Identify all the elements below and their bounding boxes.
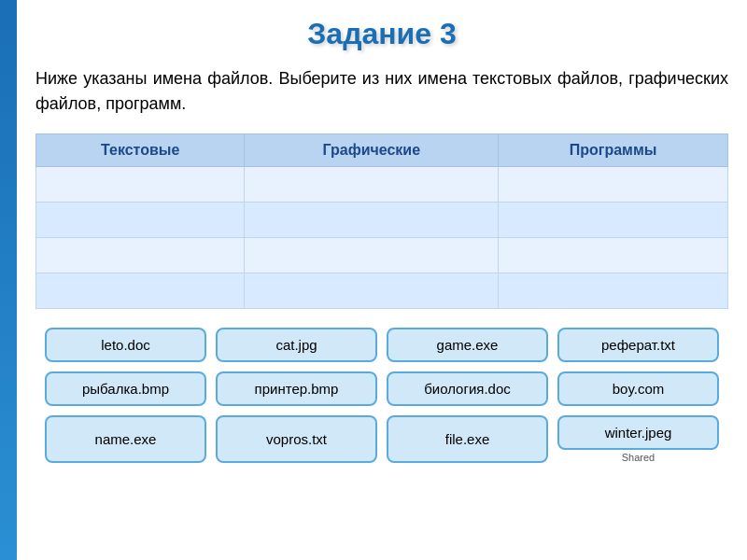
program-cell[interactable] bbox=[499, 167, 728, 203]
program-cell[interactable] bbox=[499, 273, 728, 309]
graphic-cell[interactable] bbox=[245, 203, 499, 238]
program-cell[interactable] bbox=[499, 238, 728, 273]
btn-biologia-doc[interactable]: биология.doc bbox=[387, 371, 548, 406]
program-cell[interactable] bbox=[499, 203, 728, 238]
graphic-cell[interactable] bbox=[245, 273, 499, 309]
col-header-programs: Программы bbox=[499, 134, 728, 167]
btn-vopros-txt[interactable]: vopros.txt bbox=[216, 415, 377, 463]
btn-cat-jpg[interactable]: cat.jpg bbox=[216, 328, 377, 362]
graphic-cell[interactable] bbox=[245, 238, 499, 273]
text-cell[interactable] bbox=[36, 167, 245, 203]
btn-rybalka-bmp[interactable]: рыбалка.bmp bbox=[45, 371, 206, 406]
table-row bbox=[36, 273, 728, 309]
task-description: Ниже указаны имена файлов. Выберите из н… bbox=[35, 66, 728, 117]
btn-printer-bmp[interactable]: принтер.bmp bbox=[216, 371, 377, 406]
col-header-graphic: Графические bbox=[245, 134, 499, 167]
text-cell[interactable] bbox=[36, 238, 245, 273]
text-cell[interactable] bbox=[36, 273, 245, 309]
table-row bbox=[36, 238, 728, 273]
text-cell[interactable] bbox=[36, 203, 245, 238]
winter-jpeg-wrapper: winter.jpeg Shared bbox=[557, 415, 719, 463]
page-title: Задание 3 bbox=[35, 17, 728, 51]
table-row bbox=[36, 167, 728, 203]
btn-winter-jpeg[interactable]: winter.jpeg bbox=[557, 415, 719, 450]
col-header-text: Текстовые bbox=[36, 134, 245, 167]
btn-referat-txt[interactable]: реферат.txt bbox=[557, 328, 719, 362]
graphic-cell[interactable] bbox=[245, 167, 499, 203]
table-row bbox=[36, 203, 728, 238]
btn-game-exe[interactable]: game.exe bbox=[387, 328, 548, 362]
btn-boy-com[interactable]: boy.com bbox=[557, 371, 719, 406]
left-accent-bar bbox=[0, 0, 17, 560]
classification-table: Текстовые Графические Программы bbox=[35, 133, 728, 309]
shared-label: Shared bbox=[622, 452, 655, 463]
btn-leto-doc[interactable]: leto.doc bbox=[45, 328, 206, 362]
btn-file-exe[interactable]: file.exe bbox=[387, 415, 548, 463]
btn-name-exe[interactable]: name.exe bbox=[45, 415, 206, 463]
file-buttons-area: leto.doc cat.jpg game.exe реферат.txt ры… bbox=[35, 328, 728, 463]
